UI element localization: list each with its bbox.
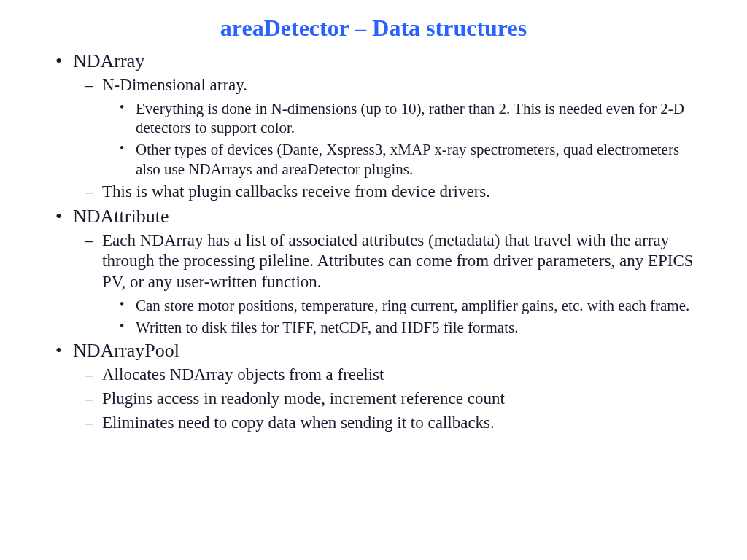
subitem-text: Allocates NDArray objects from a freelis…: [102, 365, 384, 384]
subitem: Eliminates need to copy data when sendin…: [102, 413, 703, 434]
subitem-text: Plugins access in readonly mode, increme…: [102, 389, 505, 408]
detail-item: Other types of devices (Dante, Xspress3,…: [136, 140, 703, 179]
detail-item: Can store motor positions, temperature, …: [136, 296, 703, 315]
subitem-text: Eliminates need to copy data when sendin…: [102, 413, 495, 432]
section-ndarray: NDArray N-Dimensional array. Everything …: [73, 50, 703, 203]
slide-title: areaDetector – Data structures: [44, 15, 703, 42]
section-ndattribute: NDAttribute Each NDArray has a list of a…: [73, 206, 703, 338]
subitem: Plugins access in readonly mode, increme…: [102, 389, 703, 410]
subitem-text: This is what plugin callbacks receive fr…: [102, 182, 490, 201]
subitem-text: Each NDArray has a list of associated at…: [102, 231, 694, 292]
subitem: Allocates NDArray objects from a freelis…: [102, 365, 703, 386]
section-ndarraypool: NDArrayPool Allocates NDArray objects fr…: [73, 340, 703, 433]
section-heading: NDArray: [73, 50, 144, 71]
detail-item: Written to disk files for TIFF, netCDF, …: [136, 318, 703, 337]
section-heading: NDAttribute: [73, 206, 169, 227]
subitem: N-Dimensional array. Everything is done …: [102, 75, 703, 179]
subitem: This is what plugin callbacks receive fr…: [102, 182, 703, 203]
subitem: Each NDArray has a list of associated at…: [102, 230, 703, 338]
subitem-text: N-Dimensional array.: [102, 76, 247, 94]
section-heading: NDArrayPool: [73, 340, 179, 361]
detail-item: Everything is done in N-dimensions (up t…: [136, 99, 703, 138]
content-list: NDArray N-Dimensional array. Everything …: [44, 50, 703, 434]
